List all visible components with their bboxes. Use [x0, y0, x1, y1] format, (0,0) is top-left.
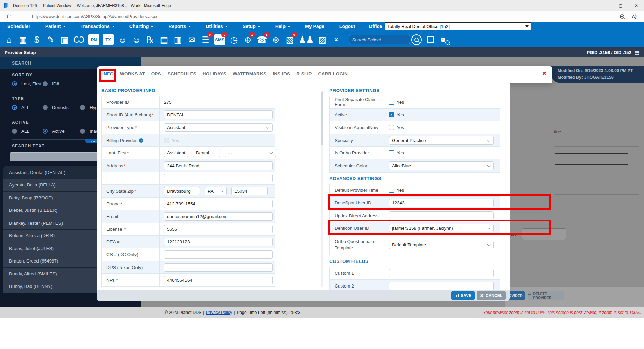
- visible-in-appointnow-checkbox[interactable]: [389, 125, 394, 130]
- tooth-icon[interactable]: Ѡ: [73, 34, 84, 45]
- radio-option-all[interactable]: ALL: [12, 105, 43, 110]
- updox-direct-address-input[interactable]: [389, 211, 494, 220]
- ortho-questionnaire-template-select[interactable]: Default Template: [389, 241, 494, 249]
- sms-icon[interactable]: SMS0: [214, 34, 225, 45]
- radio-option-active[interactable]: Active: [43, 129, 80, 134]
- radio-option-id-[interactable]: ID#: [43, 81, 80, 86]
- billing-provider-checkbox[interactable]: [164, 138, 169, 143]
- patient-group-icon[interactable]: ♟♟: [299, 34, 314, 45]
- custom-1-input[interactable]: [389, 269, 494, 277]
- patient-lookup-icon[interactable]: ☻: [439, 35, 447, 44]
- provider-type-select[interactable]: Assistant: [164, 123, 273, 132]
- tab-holidays[interactable]: HOLIDAYS: [203, 71, 226, 76]
- text-input[interactable]: [164, 149, 188, 157]
- toolbar-checkbox[interactable]: [427, 36, 434, 43]
- online-icon[interactable]: ⊛: [271, 34, 281, 45]
- collapse-icon[interactable]: »: [331, 34, 341, 45]
- radio-option-all[interactable]: ALL: [12, 129, 43, 134]
- dea--input[interactable]: [164, 238, 273, 246]
- delete-provider-button[interactable]: DELETE PROVIDER: [528, 291, 564, 300]
- specialty-select[interactable]: General Practice: [389, 136, 494, 145]
- close-window-button[interactable]: ✕: [628, 0, 644, 11]
- license--input[interactable]: [164, 225, 273, 233]
- tab-schedules[interactable]: SCHEDULES: [168, 71, 196, 76]
- payments-icon[interactable]: $: [32, 34, 42, 45]
- radio-option-dentists[interactable]: Dentists: [43, 105, 80, 110]
- patient-search-input[interactable]: [349, 35, 410, 44]
- provider-name: Betty, Boop (BBOOP): [9, 195, 53, 200]
- is-ortho-provider-checkbox[interactable]: [389, 150, 394, 155]
- scrollbar[interactable]: [321, 91, 323, 287]
- web-updates-icon[interactable]: ⊕1: [243, 34, 253, 45]
- office-select[interactable]: Totally Real Dental Office [152]: [385, 22, 531, 30]
- cancel-button[interactable]: ✖CANCEL: [477, 291, 506, 300]
- search-button[interactable]: [411, 34, 422, 45]
- menu-item-my-page[interactable]: My Page: [305, 24, 324, 29]
- progress-notes-icon[interactable]: PN: [88, 34, 99, 45]
- basic-provider-info-section: BASIC PROVIDER INFO Provider ID275Short …: [101, 84, 275, 287]
- scrollbar-thumb[interactable]: [321, 91, 323, 145]
- time-clock-icon[interactable]: ◷: [229, 34, 239, 45]
- menu-item-help[interactable]: Help: [275, 24, 290, 29]
- menu-item-utilities[interactable]: Utilities: [206, 24, 228, 29]
- menu-item-reports[interactable]: Reports: [168, 24, 191, 29]
- print-icon[interactable]: ▨: [317, 34, 327, 45]
- print-page-icon[interactable]: ▤: [635, 49, 639, 55]
- add-guarantor-icon[interactable]: ☺: [131, 34, 141, 45]
- prescriptions-icon[interactable]: ℞: [145, 34, 155, 45]
- short-id-4-to-6-chars--input[interactable]: [164, 110, 273, 119]
- support-icon[interactable]: ☎1: [256, 34, 267, 45]
- add-patient-icon[interactable]: ☺: [117, 34, 127, 45]
- treatment-plan-icon[interactable]: TX: [103, 34, 114, 45]
- text-input[interactable]: [164, 174, 273, 182]
- read-aloud-icon[interactable]: A⟩: [632, 14, 637, 19]
- save-button[interactable]: SAVE: [451, 291, 475, 300]
- npi--input[interactable]: [164, 276, 273, 284]
- select[interactable]: ---: [225, 149, 276, 157]
- menu-item-transactions[interactable]: Transactions: [80, 24, 114, 29]
- print-separate-claim-form-checkbox[interactable]: [389, 100, 394, 105]
- maximize-button[interactable]: ▢: [613, 0, 628, 11]
- text-input[interactable]: [164, 187, 200, 195]
- chat-icon[interactable]: ☰0: [200, 34, 210, 45]
- cs-dc-only--input[interactable]: [164, 250, 273, 259]
- tab-r-slip[interactable]: R-SLIP: [296, 71, 312, 76]
- treatment-box-icon[interactable]: ▣: [59, 34, 70, 45]
- menu-item-charting[interactable]: Charting: [129, 24, 154, 29]
- tab-works-at[interactable]: WORKS AT: [120, 71, 145, 76]
- scheduler-color-select[interactable]: AliceBlue: [389, 161, 494, 170]
- scheduler-icon[interactable]: ▦: [18, 34, 28, 45]
- radio-option-last-first[interactable]: Last, First: [12, 81, 43, 86]
- menu-item-setup[interactable]: Setup: [243, 24, 261, 29]
- address-input[interactable]: [164, 161, 273, 170]
- tab-watermarks[interactable]: WATERMARKS: [233, 71, 266, 76]
- menu-item-logout[interactable]: Logout: [339, 24, 355, 29]
- privacy-policy-link[interactable]: Privacy Policy: [206, 310, 232, 315]
- url-text[interactable]: https://www.denticon.com/ASPX/Setup/Adva…: [32, 14, 157, 19]
- tasks-icon[interactable]: ▧0: [285, 34, 295, 45]
- pgid-oid-label: PGID :3158 / OID :152: [587, 50, 631, 55]
- home-icon[interactable]: ⌂: [4, 34, 14, 45]
- text-input[interactable]: [193, 149, 220, 157]
- menu-item-patient[interactable]: Patient: [45, 24, 66, 29]
- statements-icon[interactable]: ▥: [173, 34, 183, 45]
- tab-ops[interactable]: OPS: [151, 71, 161, 76]
- text-input[interactable]: [231, 187, 268, 195]
- tab-carr-login[interactable]: CARR LOGIN: [318, 71, 348, 76]
- close-dialog-icon[interactable]: ✖: [542, 71, 546, 76]
- minimize-button[interactable]: —: [597, 0, 613, 11]
- tab-ins-ids[interactable]: INS-IDS: [273, 71, 290, 76]
- menu-item-scheduler[interactable]: Scheduler: [7, 24, 30, 29]
- email-input[interactable]: [164, 212, 273, 221]
- zoom-out-icon[interactable]: [620, 14, 624, 19]
- active-checkbox[interactable]: ✔: [389, 112, 394, 117]
- select[interactable]: PA: [205, 187, 227, 195]
- chart-edit-icon[interactable]: ✎: [46, 34, 56, 45]
- efax-icon[interactable]: ✉: [187, 34, 197, 45]
- phone-input[interactable]: [164, 200, 273, 208]
- dps-texas-only--input[interactable]: [164, 263, 273, 272]
- documents-icon[interactable]: ▤: [159, 34, 169, 45]
- window-title-bar: Denticon-126 ::- Patient Window -:: Welc…: [0, 0, 644, 11]
- custom-2-input[interactable]: [389, 282, 494, 290]
- default-provider-time-checkbox[interactable]: [389, 188, 394, 193]
